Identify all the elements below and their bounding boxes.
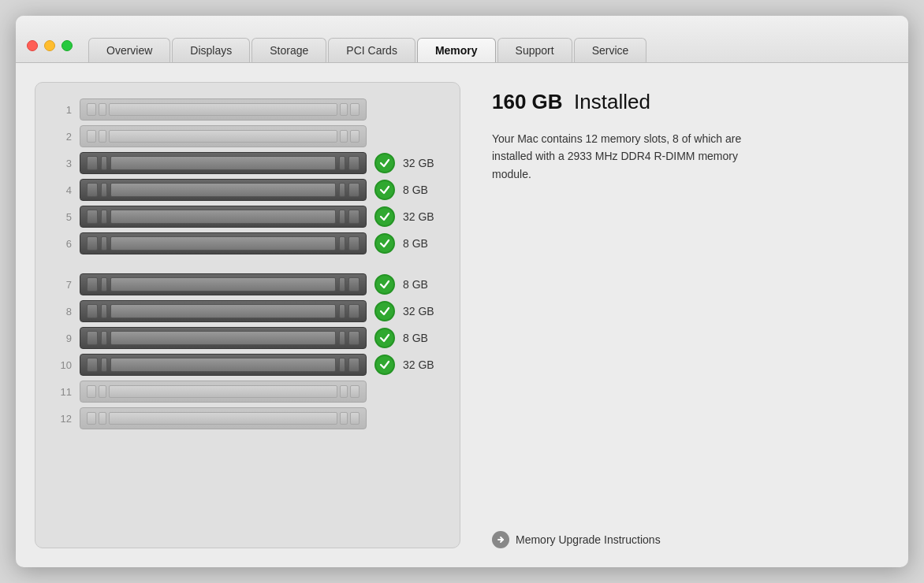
- ram-stick-5: [80, 206, 367, 228]
- slot-number-6: 6: [54, 238, 72, 250]
- slot-row-2: 2: [54, 125, 441, 147]
- installed-amount: 160 GB: [492, 90, 563, 113]
- tab-storage[interactable]: Storage: [251, 38, 326, 62]
- slot-row-10: 10 3: [54, 354, 441, 376]
- ram-stick-3: [80, 152, 367, 174]
- maximize-button[interactable]: [61, 40, 73, 51]
- check-icon-5: [374, 206, 395, 227]
- slot-size-8: 32 GB: [403, 305, 441, 317]
- ram-stick-11: [80, 381, 367, 403]
- tab-displays[interactable]: Displays: [172, 38, 250, 62]
- check-icon-4: [374, 180, 395, 200]
- ram-stick-8: [80, 300, 367, 322]
- slot-number-11: 11: [54, 386, 72, 398]
- ram-stick-12: [80, 407, 367, 429]
- titlebar: Overview Displays Storage PCI Cards Memo…: [16, 16, 908, 63]
- slot-row-8: 8 32: [54, 300, 441, 322]
- slot-size-9: 8 GB: [403, 332, 441, 344]
- ram-stick-2: [80, 125, 367, 147]
- slot-row-6: 6 8: [54, 232, 441, 254]
- slot-size-4: 8 GB: [403, 184, 441, 196]
- slot-number-4: 4: [54, 184, 72, 196]
- ram-stick-10: [80, 354, 367, 376]
- slot-row-7: 7 8: [54, 273, 441, 295]
- memory-slots-panel: 1 2: [35, 82, 460, 548]
- upgrade-link-label: Memory Upgrade Instructions: [516, 533, 661, 546]
- slot-row-11: 11: [54, 381, 441, 403]
- ram-stick-6: [80, 232, 367, 254]
- check-icon-10: [374, 355, 395, 375]
- slot-number-12: 12: [54, 413, 72, 425]
- slot-number-7: 7: [54, 279, 72, 291]
- tab-pci-cards[interactable]: PCI Cards: [328, 38, 415, 62]
- check-icon-3: [374, 153, 395, 173]
- slot-number-5: 5: [54, 211, 72, 223]
- upgrade-link[interactable]: Memory Upgrade Instructions: [492, 515, 889, 548]
- main-content: 1 2: [16, 63, 908, 567]
- check-icon-9: [374, 328, 395, 348]
- check-icon-8: [374, 301, 395, 321]
- slot-size-7: 8 GB: [403, 278, 441, 291]
- slot-number-8: 8: [54, 306, 72, 317]
- slot-row-5: 5 32: [54, 206, 441, 228]
- slot-row-4: 4 8: [54, 179, 441, 201]
- traffic-lights: [27, 40, 73, 51]
- slot-row-9: 9 8: [54, 327, 441, 349]
- tab-memory[interactable]: Memory: [417, 38, 496, 62]
- app-window: Overview Displays Storage PCI Cards Memo…: [16, 16, 908, 567]
- minimize-button[interactable]: [44, 40, 55, 51]
- check-icon-6: [374, 233, 395, 254]
- installed-label: Installed: [574, 90, 650, 113]
- slot-size-6: 8 GB: [403, 237, 441, 250]
- slot-number-10: 10: [54, 359, 72, 371]
- slot-number-1: 1: [54, 104, 72, 116]
- tab-support[interactable]: Support: [497, 38, 572, 62]
- tab-overview[interactable]: Overview: [88, 38, 170, 62]
- slot-size-10: 32 GB: [403, 358, 441, 371]
- upgrade-arrow-icon: [492, 531, 509, 548]
- tab-service[interactable]: Service: [574, 38, 647, 62]
- check-icon-7: [374, 274, 395, 295]
- slot-row-3: 3 32: [54, 152, 441, 174]
- ram-stick-7: [80, 273, 367, 295]
- info-panel: 160 GB Installed Your Mac contains 12 me…: [484, 82, 889, 548]
- slot-size-5: 32 GB: [403, 210, 441, 223]
- ram-stick-4: [80, 179, 367, 201]
- ram-stick-9: [80, 327, 367, 349]
- slot-number-3: 3: [54, 158, 72, 169]
- close-button[interactable]: [27, 40, 38, 51]
- slot-group-2: 7 8: [54, 273, 441, 429]
- installed-title: 160 GB Installed: [492, 90, 889, 114]
- slot-size-3: 32 GB: [403, 157, 441, 169]
- slot-row-1: 1: [54, 98, 441, 121]
- slot-group-1: 1 2: [54, 98, 441, 254]
- slot-number-2: 2: [54, 131, 72, 143]
- memory-description: Your Mac contains 12 memory slots, 8 of …: [492, 130, 776, 183]
- slot-row-12: 12: [54, 407, 441, 429]
- ram-stick-1: [80, 98, 367, 121]
- tab-bar: Overview Displays Storage PCI Cards Memo…: [88, 38, 648, 62]
- slot-number-9: 9: [54, 332, 72, 344]
